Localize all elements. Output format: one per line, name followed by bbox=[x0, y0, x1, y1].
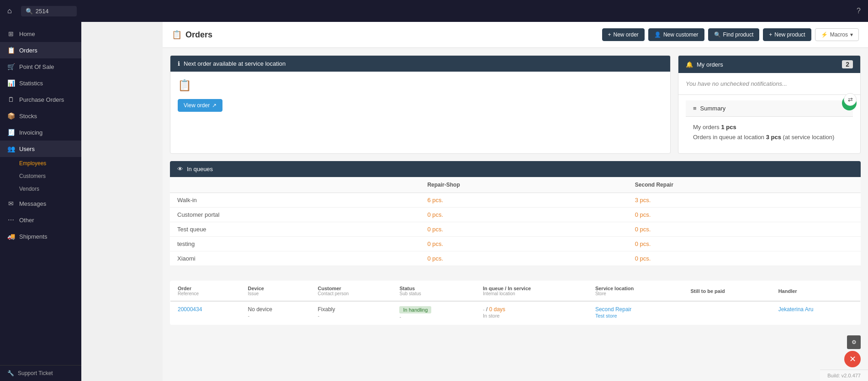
summary-title: Summary bbox=[700, 105, 726, 112]
store-link[interactable]: Test store bbox=[595, 313, 617, 318]
new-customer-button[interactable]: 👤 New customer bbox=[648, 28, 704, 41]
my-orders-title: My orders bbox=[697, 61, 723, 68]
list-icon: ≡ bbox=[693, 105, 697, 112]
page-title: 📋 Orders bbox=[172, 30, 212, 40]
handler-link[interactable]: Jekaterina Aru bbox=[778, 306, 814, 313]
plus-product-icon: + bbox=[769, 31, 772, 38]
orders-col-device: Device Issue bbox=[240, 281, 310, 302]
summary-body: My orders 1 pcs Orders in queue at locat… bbox=[686, 117, 853, 148]
queue-section-header: 👁 In queues bbox=[170, 161, 861, 177]
queue-row-repair-shop: 0 pcs. bbox=[420, 208, 627, 222]
orders-col-queue: In queue / In service Internal location bbox=[476, 281, 588, 302]
find-product-button[interactable]: 🔍 Find product bbox=[708, 28, 760, 41]
support-ticket-button[interactable]: 🔧 Support Ticket bbox=[7, 370, 74, 376]
chevron-down-icon: ▾ bbox=[850, 31, 853, 38]
sidebar-item-label: Other bbox=[19, 217, 34, 224]
sidebar-item-label: Users bbox=[19, 146, 35, 152]
days-link[interactable]: 0 days bbox=[489, 306, 505, 313]
location-link[interactable]: Second Repair bbox=[595, 306, 631, 313]
customer-cell: Fixably- bbox=[311, 301, 392, 325]
sidebar-bottom: 🔧 Support Ticket bbox=[0, 365, 81, 381]
arrow-icon: ↗ bbox=[212, 102, 217, 109]
sidebar-item-users[interactable]: 👥 Users bbox=[0, 141, 81, 157]
sidebar-item-statistics[interactable]: 📊 Statistics bbox=[0, 75, 81, 91]
order-ref-link[interactable]: 20000434 bbox=[178, 306, 202, 313]
shipments-nav-icon: 🚚 bbox=[7, 233, 15, 240]
invoicing-nav-icon: 🧾 bbox=[7, 129, 15, 136]
sidebar-item-employees[interactable]: Employees bbox=[0, 157, 81, 170]
view-order-button[interactable]: View order ↗ bbox=[178, 99, 222, 112]
sidebar-item-vendors[interactable]: Vendors bbox=[0, 183, 81, 195]
my-orders-body: You have no unchecked notifications... ✓… bbox=[678, 73, 860, 94]
home-nav-icon: ⊞ bbox=[7, 30, 15, 37]
help-icon[interactable]: ? bbox=[857, 7, 861, 15]
build-info: Build: v2.0.477 bbox=[827, 373, 861, 378]
orders-col-payment: Still to be paid bbox=[683, 281, 771, 302]
content-area: ℹ Next order available at service locati… bbox=[163, 48, 868, 332]
queue-row-name: testing bbox=[170, 237, 420, 251]
sidebar-item-label: Orders bbox=[19, 47, 37, 54]
settings-icon: ⚙ bbox=[852, 339, 857, 345]
next-order-header: ℹ Next order available at service locati… bbox=[170, 56, 670, 72]
payment-cell bbox=[683, 301, 771, 325]
queue-row-repair-shop: 0 pcs. bbox=[420, 237, 627, 251]
sidebar-item-customers[interactable]: Customers bbox=[0, 170, 81, 183]
next-order-panel: ℹ Next order available at service locati… bbox=[170, 55, 671, 154]
messages-nav-icon: ✉ bbox=[7, 200, 15, 207]
status-badge: In handling bbox=[399, 306, 431, 313]
main-content: 📋 Orders + New order 👤 New customer 🔍 Fi… bbox=[163, 22, 868, 381]
float-close-button[interactable]: ✕ bbox=[844, 351, 861, 367]
queue-row-second-repair: 0 pcs. bbox=[628, 208, 861, 222]
plus-icon: + bbox=[608, 31, 611, 38]
queue-title: In queues bbox=[187, 166, 213, 172]
sidebar-item-home[interactable]: ⊞ Home bbox=[0, 26, 81, 42]
sidebar-item-invoicing[interactable]: 🧾 Invoicing bbox=[0, 124, 81, 141]
new-order-button[interactable]: + New order bbox=[602, 28, 645, 41]
location-cell: Second Repair Test store bbox=[588, 301, 683, 325]
purchase-nav-icon: 🗒 bbox=[7, 96, 15, 103]
sidebar-item-messages[interactable]: ✉ Messages bbox=[0, 195, 81, 212]
queue-row-second-repair: 0 pcs. bbox=[628, 222, 861, 237]
sidebar-item-label: Shipments bbox=[19, 233, 47, 240]
queue-row-second-repair: 3 pcs. bbox=[628, 193, 861, 208]
sidebar-item-orders[interactable]: 📋 Orders bbox=[0, 42, 81, 58]
sidebar-item-purchase-orders[interactable]: 🗒 Purchase Orders bbox=[0, 91, 81, 108]
sidebar-item-shipments[interactable]: 🚚 Shipments bbox=[0, 228, 81, 245]
summary-queue: Orders in queue at location 3 pcs (at se… bbox=[693, 132, 846, 142]
new-product-button[interactable]: + New product bbox=[763, 28, 811, 41]
home-icon[interactable]: ⌂ bbox=[7, 7, 12, 15]
queue-row-name: Test queue bbox=[170, 222, 420, 237]
sidebar-item-label: Invoicing bbox=[19, 129, 42, 136]
orders-table: Order Reference Device Issue Customer Co… bbox=[170, 281, 861, 325]
employees-label: Employees bbox=[19, 160, 46, 167]
next-order-title: Next order available at service location bbox=[184, 60, 286, 67]
badge-number: 2 bbox=[842, 60, 853, 68]
float-settings-button[interactable]: ⚙ bbox=[847, 335, 861, 349]
user-icon: 👤 bbox=[654, 31, 661, 38]
lightning-icon: ⚡ bbox=[821, 31, 828, 38]
topbar: ⌂ 🔍 ? bbox=[0, 0, 868, 22]
sidebar-item-stocks[interactable]: 📦 Stocks bbox=[0, 108, 81, 124]
search-input[interactable] bbox=[36, 8, 72, 15]
sync-button[interactable]: ⇄ bbox=[844, 93, 857, 106]
sidebar-item-point-of-sale[interactable]: 🛒 Point Of Sale bbox=[0, 58, 81, 75]
order-ref-cell: 20000434 bbox=[170, 301, 241, 325]
users-nav-icon: 👥 bbox=[7, 145, 15, 152]
support-label: Support Ticket bbox=[18, 370, 53, 376]
macros-button[interactable]: ⚡ Macros ▾ bbox=[815, 28, 859, 41]
eye-icon: 👁 bbox=[177, 166, 183, 172]
orders-col-customer: Customer Contact person bbox=[311, 281, 392, 302]
sidebar-item-label: Home bbox=[19, 31, 35, 37]
sidebar-item-other[interactable]: ⋯ Other bbox=[0, 212, 81, 228]
page-title-text: Orders bbox=[185, 30, 212, 40]
queue-row-name: Xiaomi bbox=[170, 251, 420, 266]
queue-row-repair-shop: 6 pcs. bbox=[420, 193, 627, 208]
sidebar-item-label: Statistics bbox=[19, 80, 43, 87]
search-bar[interactable]: 🔍 bbox=[21, 6, 77, 16]
orders-col-status: Status Sub status bbox=[392, 281, 476, 302]
orders-table-section: Order Reference Device Issue Customer Co… bbox=[170, 273, 861, 325]
bottom-bar: Build: v2.0.477 bbox=[820, 370, 868, 381]
queue-row-repair-shop: 0 pcs. bbox=[420, 251, 627, 266]
orders-nav-icon: 📋 bbox=[7, 47, 15, 54]
queue-row: Test queue 0 pcs. 0 pcs. bbox=[170, 222, 861, 237]
